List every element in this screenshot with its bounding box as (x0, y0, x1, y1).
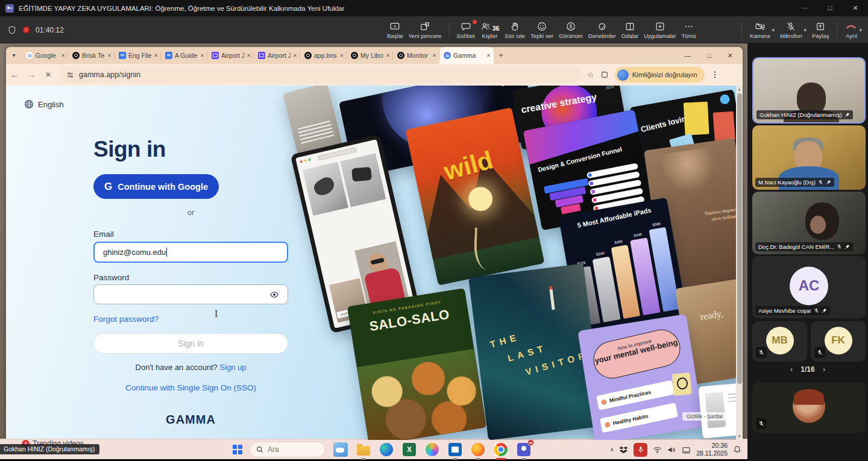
tab-close-icon[interactable]: ✕ (432, 52, 436, 58)
page-scrollbar[interactable]: ▲ ▼ (736, 86, 743, 440)
tab-close-icon[interactable]: ✕ (386, 52, 390, 58)
participant-tile-naci[interactable]: M.Naci Kayaoğlu (Dış) (752, 125, 866, 190)
tab-close-icon[interactable]: ✕ (200, 52, 204, 58)
share-up-icon (815, 21, 826, 32)
tab-groups-icon[interactable] (600, 71, 609, 79)
tab-my-library[interactable]: My Library✕ (347, 47, 393, 64)
tab-close-icon[interactable]: ✕ (247, 52, 251, 58)
apps-button[interactable]: Uygulamalar (643, 20, 676, 40)
browser-maximize-button[interactable]: □ (707, 52, 711, 59)
pen-device-icon[interactable] (682, 446, 691, 454)
bookmark-star-icon[interactable]: ☆ (587, 71, 594, 80)
scroll-up-icon[interactable]: ▲ (736, 86, 743, 93)
brisk-favicon (72, 52, 80, 59)
microphone-dropdown-icon[interactable]: ▾ (804, 27, 807, 33)
taskbar-chrome-button[interactable] (493, 442, 509, 457)
taskbar-firefox-button[interactable] (470, 442, 486, 457)
tab-search-chevron-icon[interactable]: ▾ (6, 47, 22, 64)
site-info-icon[interactable] (66, 71, 74, 79)
tab-close-icon[interactable]: ✕ (293, 52, 297, 58)
camera-dropdown-icon[interactable]: ▾ (772, 27, 775, 33)
forward-button[interactable]: → (23, 70, 40, 80)
tab-airport-1[interactable]: Airport Jou✕ (207, 47, 254, 64)
more-button[interactable]: Tümü (681, 20, 697, 40)
tab-airport-2[interactable]: Airport Jou✕ (254, 47, 300, 64)
dropbox-icon[interactable] (619, 445, 628, 454)
window-close-button[interactable]: ✕ (843, 0, 868, 16)
taskbar-teams-button[interactable] (516, 442, 532, 457)
tab-close-icon[interactable]: ✕ (339, 52, 344, 58)
participant-tile-fk[interactable]: FK (811, 321, 866, 362)
view-button[interactable]: Görünüm (558, 20, 583, 40)
tab-close-icon[interactable]: ✕ (107, 52, 112, 58)
browser-menu-icon[interactable] (711, 71, 719, 79)
verify-identity-button[interactable]: Kimliğinizi doğrulayın (615, 67, 705, 83)
participant-tile-asiye[interactable]: AC Asiye Mevhibe coşar (752, 256, 866, 318)
controls-button[interactable]: Denetimler (588, 20, 617, 40)
tab-app-brisk[interactable]: app.briskt✕ (300, 47, 347, 64)
address-bar[interactable]: gamma.app/signin (59, 67, 581, 83)
new-window-button[interactable]: Yeni pencere (407, 20, 442, 40)
share-button[interactable]: Paylaş (811, 20, 830, 40)
tab-brisk-teach[interactable]: Brisk Teach✕ (68, 47, 115, 64)
participant-tile-photo[interactable] (752, 383, 866, 433)
search-input[interactable] (268, 445, 316, 454)
privacy-terms-link[interactable]: Gizlilik - Şartlar (682, 412, 728, 421)
tray-clock[interactable]: 20:36 28.11.2025 (696, 442, 728, 457)
new-tab-button[interactable]: + (494, 47, 508, 64)
raise-hand-button[interactable]: Söz iste (504, 20, 526, 40)
tray-expand-icon[interactable]: ∧ (610, 447, 614, 453)
people-button[interactable]: 36 Kişiler (480, 20, 500, 40)
tab-a-guide[interactable]: A Guide to✕ (161, 47, 207, 64)
stop-loading-button[interactable]: ✕ (40, 71, 57, 79)
camera-button[interactable]: Kamera (749, 20, 770, 40)
participant-tile-mb[interactable]: MB (752, 321, 807, 362)
chat-button[interactable]: Sohbet (456, 20, 476, 40)
volume-icon[interactable] (667, 446, 676, 454)
taskbar-excel-button[interactable]: X (401, 442, 417, 457)
pagination-prev-icon[interactable]: ‹ (790, 365, 793, 374)
window-more-button[interactable]: ··· (792, 0, 817, 16)
tab-eng-file[interactable]: Eng File 3✕ (115, 47, 161, 64)
microphone-button[interactable]: Mikrofon (779, 20, 802, 40)
react-button[interactable]: Tepki ver (530, 20, 554, 40)
tab-close-icon[interactable]: ✕ (61, 52, 65, 58)
forgot-password-link[interactable]: Forgot password? (93, 315, 159, 324)
tab-monitor[interactable]: Monitor B✕ (393, 47, 439, 64)
continue-google-button[interactable]: G Continue with Google (93, 174, 219, 199)
participant-tile-badegul[interactable]: Doç.Dr. Badegül CAN EMİR... (752, 192, 866, 254)
tab-close-icon[interactable]: ✕ (486, 52, 491, 58)
tab-gamma-active[interactable]: GGamma✕ (439, 47, 494, 64)
sso-link[interactable]: Continue with Single Sign On (SSO) (93, 383, 288, 392)
scroll-down-icon[interactable]: ▼ (736, 433, 743, 440)
start-button[interactable] (233, 445, 242, 454)
taskbar-search[interactable] (250, 442, 326, 457)
password-input[interactable] (93, 284, 288, 304)
language-selector[interactable]: English (24, 99, 64, 109)
email-input[interactable]: ghiniz@comu.edu (93, 242, 288, 263)
share-screen-button[interactable]: Başlat (386, 20, 403, 40)
taskbar-outlook-button[interactable] (447, 442, 463, 457)
signin-button[interactable]: Sign in (93, 333, 288, 354)
leave-button[interactable]: Ayrıl (844, 20, 858, 40)
rooms-button[interactable]: Odalar (621, 20, 640, 40)
notifications-bell-icon[interactable] (733, 445, 741, 454)
taskbar-edge-button[interactable] (379, 442, 394, 457)
tray-microphone-indicator[interactable] (634, 443, 647, 457)
tab-google[interactable]: GGoogle✕ (22, 47, 68, 64)
wifi-icon[interactable] (653, 446, 662, 454)
scrollbar-thumb[interactable] (737, 93, 742, 384)
taskbar-explorer-button[interactable] (356, 442, 371, 457)
taskbar-copilot-button[interactable] (424, 442, 440, 457)
back-button[interactable]: ← (6, 70, 23, 80)
participant-tile-gokhan[interactable]: Gokhan HINIZ (Doğrulanmamış) (752, 57, 866, 124)
show-password-eye-icon[interactable] (269, 290, 279, 299)
leave-dropdown-icon[interactable]: ▾ (859, 27, 862, 33)
pagination-next-icon[interactable]: › (823, 365, 825, 374)
window-maximize-button[interactable]: □ (817, 0, 843, 16)
signup-link[interactable]: Sign up (219, 363, 246, 372)
browser-minimize-button[interactable]: — (684, 52, 691, 59)
tab-close-icon[interactable]: ✕ (154, 52, 158, 58)
browser-close-button[interactable]: ✕ (728, 52, 733, 60)
taskbar-widgets-button[interactable] (333, 442, 348, 457)
